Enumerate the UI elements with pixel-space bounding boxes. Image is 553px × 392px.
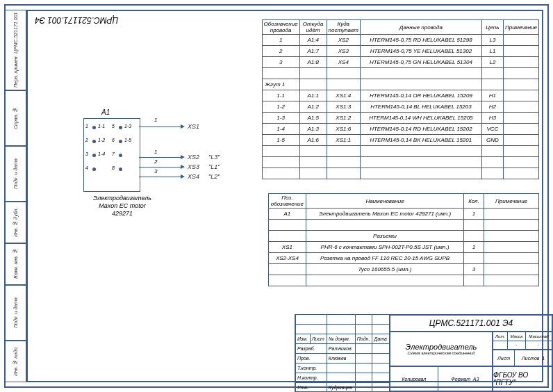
parts-table: Поз. обозначениеНаименованиеКол.Примечан… <box>268 193 539 286</box>
top-docnum-rotated: ЦРМС.521171.001 Э4 <box>35 15 118 25</box>
signatures-table: Изм.Лист№ докум.Подп.Дата Разраб.Ратнико… <box>295 314 390 393</box>
wire-table: Обозначение проводаОткуда идётКуда посту… <box>262 19 539 179</box>
lbl-inv-podl: Инв. № подл. <box>5 341 26 382</box>
xs1-label: XS1 <box>188 123 199 130</box>
lbl-vzam: Взам. инв. № <box>5 244 26 284</box>
tb-title: Электродвигатель Схема электрическая сое… <box>390 332 493 366</box>
lbl-podp-data1: Подп. и дата <box>5 286 26 340</box>
arrow-xs1 <box>181 124 185 129</box>
motor-caption: ЭлектродвигательMaxon EC motor429271 <box>74 195 171 217</box>
left-strip: Инв. № подл. Подп. и дата Взам. инв. № И… <box>4 10 26 382</box>
connector-a1: 11-1 21-2 31-4 4 51-3 61-5 7 8 <box>83 118 140 192</box>
motor-ref: А1 <box>101 108 110 116</box>
wnum-1: 1 <box>154 117 157 123</box>
lbl-sprav: Справ. № <box>5 91 26 145</box>
lbl-perv: Перв. примен. ЦРМС.521171.001 <box>5 10 26 90</box>
tb-docnum: ЦРМС.521171.001 Э4 <box>390 315 552 332</box>
tb-org: ФГБОУ ВО "ПГТУ" <box>493 366 552 391</box>
wire-bundle <box>139 126 181 127</box>
lbl-podp-data2: Подп. и дата <box>5 147 26 201</box>
title-block: Изм.Лист№ докум.Подп.Дата Разраб.Ратнико… <box>295 314 553 392</box>
lbl-inv-dubl: Инв. № дубл. <box>5 202 26 243</box>
